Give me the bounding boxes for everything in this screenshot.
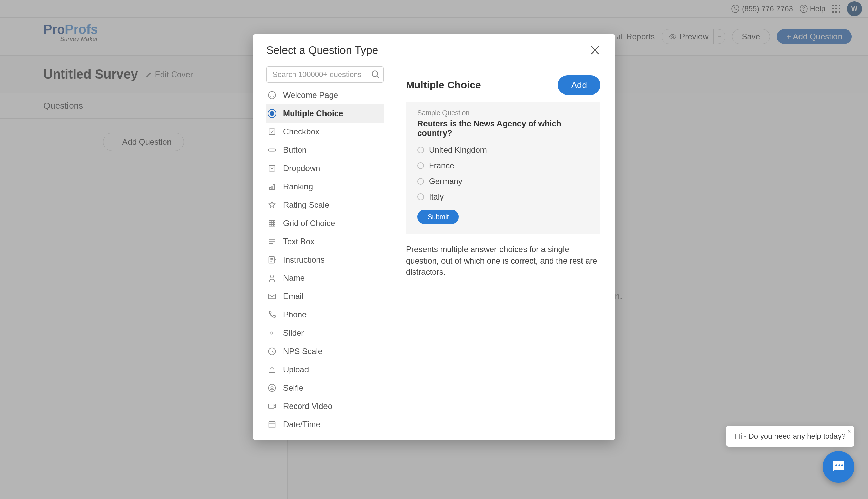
svg-rect-21	[269, 224, 271, 226]
type-item-label: Rating Scale	[283, 200, 329, 210]
type-item-label: Upload	[283, 365, 309, 374]
svg-rect-9	[269, 129, 275, 134]
sample-question-card: Sample Question Reuters is the News Agen…	[406, 102, 601, 234]
type-item-label: Slider	[283, 328, 304, 338]
type-item-email[interactable]: Email	[266, 287, 384, 306]
type-item-phone[interactable]: Phone	[266, 306, 384, 324]
svg-rect-20	[273, 222, 275, 224]
instructions-icon	[267, 255, 277, 265]
svg-rect-23	[273, 224, 275, 226]
svg-rect-31	[269, 404, 274, 408]
type-item-nps-scale[interactable]: NPS Scale	[266, 342, 384, 361]
svg-point-8	[269, 92, 276, 99]
radio-icon	[417, 147, 424, 154]
type-item-dropdown[interactable]: Dropdown	[266, 159, 384, 178]
type-item-slider[interactable]: Slider	[266, 324, 384, 342]
svg-rect-26	[269, 294, 276, 299]
svg-point-25	[270, 275, 273, 278]
sample-option: Germany	[417, 177, 589, 186]
type-description: Presents multiple answer-choices for a s…	[406, 244, 601, 278]
type-item-record-video[interactable]: Record Video	[266, 397, 384, 415]
type-item-text-box[interactable]: Text Box	[266, 232, 384, 251]
svg-point-34	[838, 464, 840, 466]
sample-option: Italy	[417, 192, 589, 202]
chat-icon	[830, 458, 847, 475]
type-item-label: Welcome Page	[283, 90, 338, 100]
type-item-label: Phone	[283, 310, 307, 319]
type-list-panel: Welcome PageMultiple ChoiceCheckboxButto…	[253, 66, 391, 440]
type-item-selfie[interactable]: Selfie	[266, 379, 384, 397]
record-video-icon	[267, 401, 277, 411]
preview-type-name: Multiple Choice	[406, 79, 481, 91]
svg-rect-19	[271, 222, 273, 224]
sample-question: Reuters is the News Agency of which coun…	[417, 119, 589, 138]
sample-submit-button: Submit	[417, 210, 459, 224]
svg-rect-32	[269, 422, 275, 428]
sample-option-label: Italy	[429, 192, 444, 202]
question-search-input[interactable]	[266, 66, 384, 83]
sample-option-label: Germany	[429, 177, 463, 186]
welcome-page-icon	[267, 90, 277, 100]
type-item-rating-scale[interactable]: Rating Scale	[266, 196, 384, 214]
type-item-label: Multiple Choice	[283, 109, 343, 118]
type-item-welcome-page[interactable]: Welcome Page	[266, 86, 384, 104]
svg-rect-18	[269, 222, 271, 224]
svg-rect-17	[273, 220, 275, 222]
name-icon	[267, 273, 277, 283]
text-box-icon	[267, 236, 277, 247]
svg-rect-15	[269, 220, 271, 222]
type-item-label: Text Box	[283, 237, 314, 246]
selfie-icon	[267, 383, 277, 393]
dropdown-icon	[267, 163, 277, 173]
type-item-grid-of-choice[interactable]: Grid of Choice	[266, 214, 384, 232]
svg-rect-14	[273, 185, 274, 190]
type-item-label: Email	[283, 292, 304, 301]
modal-overlay[interactable]: Select a Question Type Welcome PageMulti…	[0, 0, 868, 499]
svg-point-35	[841, 464, 843, 466]
type-item-ranking[interactable]: Ranking	[266, 178, 384, 196]
email-icon	[267, 291, 277, 302]
chat-launcher[interactable]	[823, 451, 854, 483]
chat-tooltip-close[interactable]: ×	[847, 428, 851, 435]
date-time-icon	[267, 419, 277, 429]
sample-option-label: United Kingdom	[429, 145, 487, 155]
type-item-instructions[interactable]: Instructions	[266, 251, 384, 269]
sample-option: United Kingdom	[417, 145, 589, 155]
add-type-button[interactable]: Add	[558, 75, 601, 95]
svg-point-7	[372, 71, 378, 76]
type-item-label: Ranking	[283, 182, 313, 191]
radio-icon	[417, 193, 424, 200]
phone-icon	[267, 309, 277, 320]
type-item-label: Dropdown	[283, 163, 320, 173]
type-item-label: Instructions	[283, 255, 325, 265]
checkbox-icon	[267, 127, 277, 137]
type-item-label: Selfie	[283, 383, 304, 393]
slider-icon	[267, 328, 277, 338]
rating-scale-icon	[267, 200, 277, 210]
type-item-name[interactable]: Name	[266, 269, 384, 287]
chat-tooltip: × Hi - Do you need any help today?	[726, 426, 854, 447]
modal-title: Select a Question Type	[266, 44, 378, 57]
type-item-label: Date/Time	[283, 420, 320, 429]
type-item-upload[interactable]: Upload	[266, 361, 384, 379]
grid-of-choice-icon	[267, 218, 277, 228]
type-item-checkbox[interactable]: Checkbox	[266, 123, 384, 141]
svg-point-33	[835, 464, 837, 466]
button-icon	[267, 145, 277, 155]
type-item-label: NPS Scale	[283, 346, 322, 356]
search-icon[interactable]	[371, 70, 380, 79]
type-item-label: Button	[283, 145, 307, 155]
svg-rect-11	[269, 165, 275, 171]
question-type-modal: Select a Question Type Welcome PageMulti…	[253, 34, 615, 440]
sample-option-label: France	[429, 161, 454, 170]
type-item-button[interactable]: Button	[266, 141, 384, 159]
svg-point-30	[271, 386, 273, 388]
type-item-date-time[interactable]: Date/Time	[266, 415, 384, 434]
modal-close-button[interactable]	[588, 44, 602, 57]
type-item-label: Name	[283, 273, 305, 283]
type-item-multiple-choice[interactable]: Multiple Choice	[266, 104, 384, 123]
sample-label: Sample Question	[417, 109, 589, 117]
svg-rect-10	[269, 149, 276, 151]
ranking-icon	[267, 182, 277, 192]
question-type-list: Welcome PageMultiple ChoiceCheckboxButto…	[266, 86, 384, 434]
